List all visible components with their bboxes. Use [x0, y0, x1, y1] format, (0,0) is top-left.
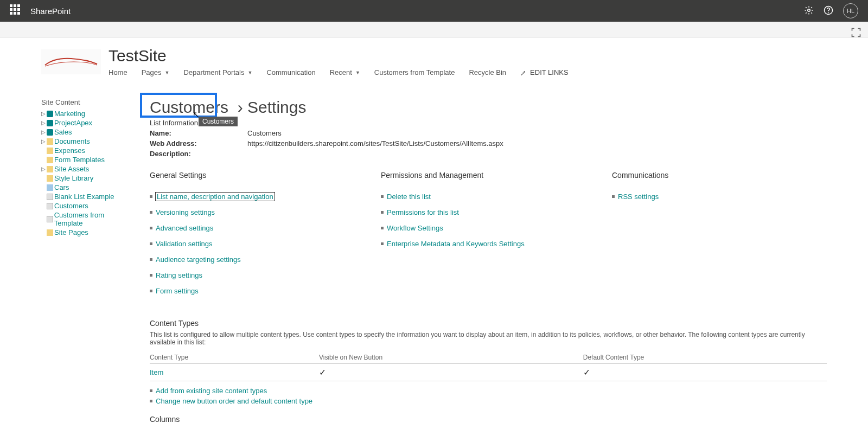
content-type-link[interactable]: Item — [150, 368, 163, 376]
settings-link[interactable]: Enterprise Metadata and Keywords Setting… — [387, 240, 525, 248]
tree-caret-icon[interactable]: ▷ — [41, 138, 46, 144]
list-information-heading: List Information — [150, 119, 827, 127]
svg-point-2 — [828, 12, 828, 12]
tree-item-label[interactable]: Customers — [54, 202, 88, 210]
settings-link[interactable]: Rating settings — [156, 271, 202, 279]
settings-link[interactable]: Advanced settings — [156, 224, 213, 232]
bullet-icon — [150, 195, 152, 198]
change-button-order-link[interactable]: Change new button order and default cont… — [156, 397, 312, 405]
lib-icon — [47, 157, 53, 163]
communications-column: Communications RSS settings — [612, 171, 827, 303]
bullet-icon — [150, 400, 152, 402]
quick-launch-title: Site Content — [41, 98, 133, 106]
tree-caret-icon[interactable]: ▷ — [41, 120, 46, 126]
nav-item-communication[interactable]: Communication — [266, 68, 315, 76]
content-types-section: Content Types This list is configured to… — [150, 319, 827, 405]
nav-item-pages[interactable]: Pages ▼ — [142, 68, 170, 76]
lib-icon — [47, 148, 53, 154]
bullet-icon — [150, 211, 152, 214]
settings-link[interactable]: List name, description and navigation — [156, 193, 275, 201]
tree-caret-icon[interactable]: ▷ — [41, 166, 46, 172]
bullet-icon — [150, 389, 152, 392]
nav-item-recent[interactable]: Recent ▼ — [330, 68, 360, 76]
help-icon[interactable] — [824, 5, 833, 17]
tree-item-label[interactable]: Style Library — [54, 174, 93, 182]
focus-mode-icon[interactable] — [851, 27, 864, 40]
tree-item-label[interactable]: Form Templates — [54, 156, 105, 164]
top-navigation: HomePages ▼Department Portals ▼Communica… — [108, 68, 569, 76]
tree-item-label[interactable]: Blank List Example — [54, 193, 114, 201]
tree-item-label[interactable]: Customers from Template — [54, 211, 133, 227]
avatar[interactable]: HL — [843, 3, 858, 18]
bullet-icon — [612, 195, 615, 198]
product-name[interactable]: SharePoint — [30, 7, 71, 16]
tree-item-cars[interactable]: Cars — [41, 183, 133, 191]
tree-item-label[interactable]: Cars — [54, 183, 69, 191]
ct-col-default: Default Content Type — [583, 351, 827, 364]
site-logo[interactable] — [41, 49, 101, 74]
tree-caret-icon[interactable]: ▷ — [41, 129, 46, 135]
list-title-link[interactable]: Customers — [150, 98, 228, 116]
tree-item-label[interactable]: Site Assets — [54, 165, 89, 173]
tree-item-label[interactable]: Marketing — [54, 110, 85, 118]
site-title[interactable]: TestSite — [108, 47, 569, 65]
app-launcher-icon[interactable] — [10, 4, 23, 17]
tree-item-site-assets[interactable]: ▷Site Assets — [41, 165, 133, 173]
bullet-icon — [381, 227, 384, 229]
check-icon: ✓ — [583, 368, 590, 377]
description-label: Description: — [150, 150, 231, 158]
tree-item-documents[interactable]: ▷Documents — [41, 137, 133, 145]
chevron-down-icon[interactable]: ▼ — [355, 70, 360, 75]
list-icon — [47, 216, 53, 222]
settings-link[interactable]: RSS settings — [618, 193, 659, 201]
tree-item-projectapex[interactable]: ▷ProjectApex — [41, 119, 133, 127]
bullet-icon — [381, 195, 384, 198]
folder-icon — [47, 138, 53, 145]
tree-item-site-pages[interactable]: Site Pages — [41, 228, 133, 236]
chevron-down-icon[interactable]: ▼ — [165, 70, 170, 75]
settings-link[interactable]: Versioning settings — [156, 208, 215, 216]
tree-item-label[interactable]: Expenses — [54, 146, 85, 155]
main-content: ↖ Customers Customers › Settings List In… — [150, 98, 827, 424]
settings-link[interactable]: Audience targeting settings — [156, 255, 241, 264]
tree-caret-icon[interactable]: ▷ — [41, 111, 46, 117]
tree-item-label[interactable]: Sales — [54, 128, 72, 136]
nav-item-home[interactable]: Home — [108, 68, 127, 76]
list-icon — [47, 203, 53, 209]
edit-links-button[interactable]: EDIT LINKS — [520, 68, 569, 76]
chevron-down-icon[interactable]: ▼ — [247, 70, 252, 75]
tree-item-customers[interactable]: Customers — [41, 202, 133, 210]
content-types-table: Content Type Visible on New Button Defau… — [150, 351, 827, 381]
tree-item-label[interactable]: Documents — [54, 137, 90, 145]
settings-link[interactable]: Form settings — [156, 287, 199, 295]
add-content-type-link[interactable]: Add from existing site content types — [156, 387, 267, 395]
svg-point-0 — [808, 9, 810, 11]
bullet-icon — [150, 242, 152, 245]
tree-item-blank-list-example[interactable]: Blank List Example — [41, 193, 133, 201]
tree-item-style-library[interactable]: Style Library — [41, 174, 133, 182]
nav-item-recycle-bin[interactable]: Recycle Bin — [469, 68, 506, 76]
columns-section: Columns — [150, 415, 827, 424]
settings-link[interactable]: Permissions for this list — [387, 208, 459, 216]
sp-icon — [47, 111, 53, 117]
nav-item-department-portals[interactable]: Department Portals ▼ — [183, 68, 252, 76]
gear-icon[interactable] — [804, 5, 814, 17]
tree-item-form-templates[interactable]: Form Templates — [41, 156, 133, 164]
settings-link[interactable]: Delete this list — [387, 193, 431, 201]
content-type-row: Item✓✓ — [150, 364, 827, 381]
tree-item-sales[interactable]: ▷Sales — [41, 128, 133, 136]
columns-heading: Columns — [150, 415, 827, 424]
tree-item-expenses[interactable]: Expenses — [41, 146, 133, 155]
settings-link[interactable]: Validation settings — [156, 240, 213, 248]
tree-item-marketing[interactable]: ▷Marketing — [41, 110, 133, 118]
tree-item-customers-from-template[interactable]: Customers from Template — [41, 211, 133, 227]
ct-col-type: Content Type — [150, 351, 319, 364]
bullet-icon — [150, 274, 152, 277]
tree-item-label[interactable]: ProjectApex — [54, 119, 92, 127]
tree-item-label[interactable]: Site Pages — [54, 228, 88, 236]
bullet-icon — [150, 258, 152, 261]
sp-icon — [47, 129, 53, 136]
settings-link[interactable]: Workflow Settings — [387, 224, 443, 232]
page-title: Customers › Settings — [150, 98, 827, 117]
nav-item-customers-from-template[interactable]: Customers from Template — [374, 68, 455, 76]
